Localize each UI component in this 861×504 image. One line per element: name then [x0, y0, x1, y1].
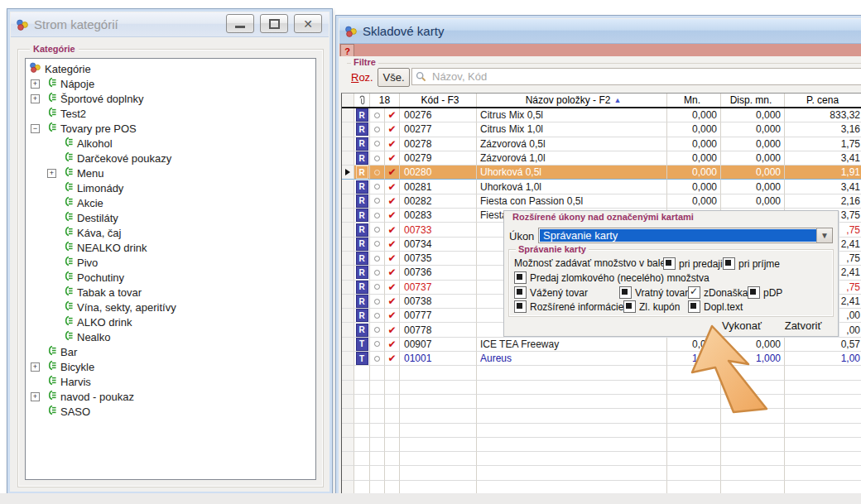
table-row[interactable]: R✔00277Citrus Mix 1,0l0,0000,0003,16	[342, 122, 861, 137]
expand-icon[interactable]: +	[31, 94, 40, 103]
tree-item[interactable]: Pivo	[26, 255, 315, 270]
close-button[interactable]: ✕	[294, 14, 322, 33]
checkbox-filled-icon[interactable]	[663, 257, 676, 270]
cell-disp[interactable]: 0,000	[721, 194, 785, 209]
expand-icon[interactable]: +	[47, 169, 56, 178]
table-row[interactable]: R✔00280Uhorková 0,5l0,0000,0001,91	[342, 166, 861, 180]
cell-code[interactable]: 00734	[400, 238, 477, 252]
header-col-18[interactable]: 18	[370, 94, 400, 107]
header-mn[interactable]: Mn.	[667, 94, 721, 107]
checkbox-pDP[interactable]: pDP	[748, 286, 782, 299]
cell-price[interactable]: 1,91	[785, 166, 861, 180]
execute-button[interactable]: Vykonať	[713, 319, 771, 333]
cell-name[interactable]: ICE TEA Freeway	[477, 338, 667, 352]
tree-item[interactable]: Bar	[26, 344, 315, 359]
checkbox-pri príjme[interactable]: pri príjme	[723, 257, 780, 270]
checkbox-Predaj zlomkového (necelého) množstva[interactable]: Predaj zlomkového (necelého) množstva	[514, 271, 709, 284]
table-row[interactable]: R✔00276Citrus Mix 0,5l0,0000,000833,32	[342, 108, 861, 122]
cell-name[interactable]: Zázvorová 1,0l	[477, 151, 667, 166]
collapse-icon[interactable]: −	[31, 124, 40, 133]
cell-code[interactable]: 00736	[400, 266, 477, 280]
tree-item[interactable]: + Bicykle	[26, 359, 315, 374]
tree-item[interactable]: Nealko	[26, 329, 315, 344]
titlebar-stock-cards[interactable]: Skladové karty	[339, 19, 861, 44]
table-row[interactable]: R✔00282Fiesta con Passion 0,5l0,0000,000…	[342, 194, 861, 209]
tree-item[interactable]: Test2	[26, 106, 315, 121]
header-attachment[interactable]	[354, 94, 370, 107]
tree-item[interactable]: Harvis	[26, 374, 315, 389]
cell-name[interactable]: Citrus Mix 0,5l	[477, 108, 667, 122]
cell-code[interactable]: 00738	[400, 295, 477, 309]
checkbox-filled-icon[interactable]	[619, 286, 632, 299]
action-combobox[interactable]: Správanie karty ▼	[538, 228, 833, 243]
header-disp[interactable]: Disp. mn.	[721, 94, 785, 107]
expand-icon[interactable]: +	[31, 392, 40, 401]
tree-item[interactable]: Tabak a tovar	[26, 285, 315, 300]
table-row[interactable]: R✔00281Uhorková 1,0l0,0000,0003,41	[342, 180, 861, 194]
tree-item[interactable]: + Športové doplnky	[26, 91, 315, 106]
checkbox-filled-icon[interactable]	[514, 286, 527, 299]
cell-price[interactable]: 2,16	[785, 194, 861, 209]
tree-item[interactable]: Kategórie	[26, 61, 315, 76]
tree-item[interactable]: Akcie	[26, 195, 315, 210]
maximize-button[interactable]	[260, 14, 288, 33]
cell-disp[interactable]: 1,000	[721, 352, 785, 366]
tree-item[interactable]: Káva, čaj	[26, 225, 315, 240]
checkbox-filled-icon[interactable]	[748, 286, 760, 299]
cell-price[interactable]: 3,41	[785, 151, 861, 166]
tree-item[interactable]: Limonády	[26, 180, 315, 195]
expand-icon[interactable]: +	[31, 362, 40, 372]
cell-disp[interactable]: 0,000	[721, 166, 785, 180]
tree-item[interactable]: Darčekové poukazy	[26, 151, 315, 166]
vse-button[interactable]: Vše.	[378, 68, 410, 87]
cell-code[interactable]: 00280	[400, 166, 477, 180]
cell-mn[interactable]: 0,000	[667, 151, 721, 166]
cell-mn[interactable]: 1,000	[667, 352, 721, 366]
cell-mn[interactable]: 0,000	[667, 137, 721, 151]
cell-disp[interactable]: 0,000	[721, 137, 785, 151]
checkbox-filled-icon[interactable]	[514, 271, 527, 284]
close-popup-button[interactable]: Zatvoriť	[777, 319, 829, 333]
cell-code[interactable]: 00778	[400, 323, 477, 337]
checkbox-filled-icon[interactable]	[723, 257, 735, 270]
cell-mn[interactable]: 0,000	[667, 180, 721, 194]
table-row[interactable]: T✔01001Aureus1,0001,0001,00	[342, 352, 861, 366]
cell-disp[interactable]: 0,000	[721, 180, 785, 194]
tree-item[interactable]: Alkohol	[26, 136, 315, 151]
cell-code[interactable]: 00737	[400, 281, 477, 295]
cell-name[interactable]: Uhorková 0,5l	[477, 166, 667, 180]
tree-item[interactable]: ALKO drink	[26, 314, 315, 329]
cell-mn[interactable]: 0,000	[667, 338, 721, 352]
checkbox-Zl. kupón[interactable]: Zl. kupón	[623, 300, 680, 313]
cell-disp[interactable]: 0,000	[721, 108, 785, 122]
chevron-down-icon[interactable]: ▼	[816, 228, 832, 242]
cell-code[interactable]: 00283	[400, 209, 477, 223]
checkbox-filled-icon[interactable]	[623, 300, 636, 313]
cell-name[interactable]: Aureus	[477, 352, 667, 366]
table-row[interactable]: T✔00907ICE TEA Freeway0,0000,0000,57	[342, 338, 861, 352]
table-row[interactable]: R✔00278Zázvorová 0,5l0,0000,0001,75	[342, 137, 861, 151]
tree-item[interactable]: + Nápoje	[26, 76, 315, 91]
cell-code[interactable]: 00278	[400, 137, 477, 151]
cell-mn[interactable]: 0,000	[667, 166, 721, 180]
cell-price[interactable]: 3,16	[785, 122, 861, 137]
cell-code[interactable]: 00276	[400, 108, 477, 122]
checkbox-filled-icon[interactable]	[514, 300, 527, 313]
table-row[interactable]: R✔00279Zázvorová 1,0l0,0000,0003,41	[342, 151, 861, 166]
roz-link[interactable]: Roz.	[351, 71, 373, 84]
cell-code[interactable]: 01001	[400, 352, 477, 366]
cell-code[interactable]: 00907	[400, 338, 477, 352]
checkbox-Dopl.text[interactable]: Dopl.text	[688, 300, 743, 313]
cell-mn[interactable]: 0,000	[667, 194, 721, 209]
cell-code[interactable]: 00777	[400, 309, 477, 323]
cell-price[interactable]: 0,57	[785, 338, 861, 352]
expand-icon[interactable]: +	[31, 79, 40, 89]
cell-name[interactable]: Fiesta con Passion 0,5l	[477, 194, 667, 209]
tree-item[interactable]: Destiláty	[26, 210, 315, 225]
cell-code[interactable]: 00279	[400, 151, 477, 166]
cell-code[interactable]: 00277	[400, 122, 477, 137]
cell-code[interactable]: 00282	[400, 194, 477, 209]
checkbox-zDonaška[interactable]: zDonaška	[688, 286, 748, 299]
tree-item[interactable]: + navod - poukaz	[26, 389, 315, 404]
cell-name[interactable]: Zázvorová 0,5l	[477, 137, 667, 151]
